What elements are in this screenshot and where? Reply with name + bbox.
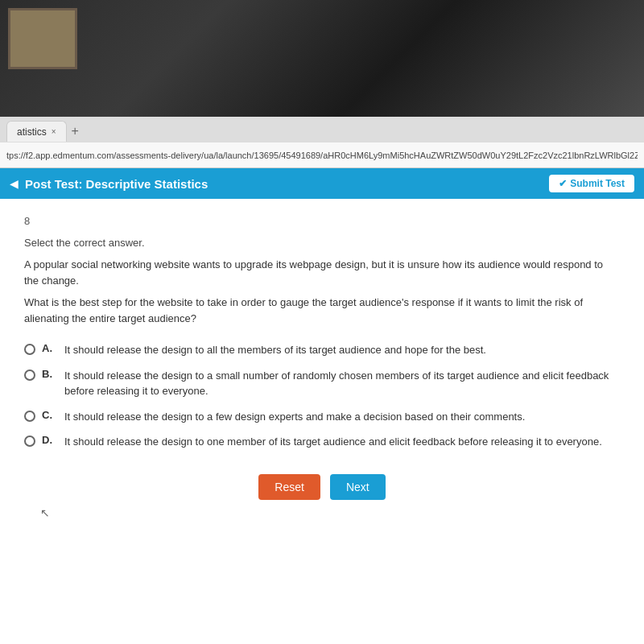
new-tab-button[interactable]: + xyxy=(72,124,79,138)
option-a[interactable]: A. It should release the design to all t… xyxy=(24,342,620,358)
option-d-label: D. xyxy=(42,434,58,446)
instruction-text: Select the correct answer. xyxy=(24,237,620,249)
action-buttons: Reset Next xyxy=(24,474,620,500)
option-c-text: It should release the design to a few de… xyxy=(64,409,525,425)
radio-c[interactable] xyxy=(24,411,35,422)
tab-bar: atistics × + xyxy=(0,117,644,142)
submit-test-button[interactable]: ✔ Submit Test xyxy=(549,175,634,192)
reset-button[interactable]: Reset xyxy=(258,474,320,500)
option-a-text: It should release the design to all the … xyxy=(64,342,486,358)
tab-label: atistics xyxy=(17,126,47,138)
content-area: 8 Select the correct answer. A popular s… xyxy=(0,199,644,644)
option-a-label: A. xyxy=(42,342,58,354)
header-left: ◀ Post Test: Descriptive Statistics xyxy=(10,177,208,191)
background-photo xyxy=(0,0,644,117)
radio-d[interactable] xyxy=(24,436,35,447)
question-text: A popular social networking website want… xyxy=(24,257,620,288)
option-b[interactable]: B. It should release the design to a sma… xyxy=(24,368,620,399)
option-d-text: It should release the design to one memb… xyxy=(64,434,602,450)
address-bar[interactable]: tps://f2.app.edmentum.com/assessments-de… xyxy=(0,142,644,168)
question-subtext: What is the best step for the website to… xyxy=(24,295,620,326)
browser-tab[interactable]: atistics × xyxy=(6,121,67,142)
test-header: ◀ Post Test: Descriptive Statistics ✔ Su… xyxy=(0,168,644,199)
option-c-label: C. xyxy=(42,409,58,421)
question-number: 8 xyxy=(24,215,620,227)
options-list: A. It should release the design to all t… xyxy=(24,342,620,450)
test-title: Post Test: Descriptive Statistics xyxy=(25,177,208,191)
url-text: tps://f2.app.edmentum.com/assessments-de… xyxy=(6,151,638,160)
radio-b[interactable] xyxy=(24,369,35,381)
submit-label: Submit Test xyxy=(570,178,625,189)
radio-a[interactable] xyxy=(24,344,35,355)
browser-chrome: atistics × + tps://f2.app.edmentum.com/a… xyxy=(0,117,644,168)
next-button[interactable]: Next xyxy=(330,474,386,500)
option-d[interactable]: D. It should release the design to one m… xyxy=(24,434,620,450)
tab-close-icon[interactable]: × xyxy=(52,127,56,136)
option-c[interactable]: C. It should release the design to a few… xyxy=(24,409,620,425)
option-b-text: It should release the design to a small … xyxy=(64,368,620,399)
option-b-label: B. xyxy=(42,368,58,380)
cursor: ↖ xyxy=(40,506,620,519)
back-button[interactable]: ◀ xyxy=(10,177,19,190)
submit-icon: ✔ xyxy=(559,178,567,189)
